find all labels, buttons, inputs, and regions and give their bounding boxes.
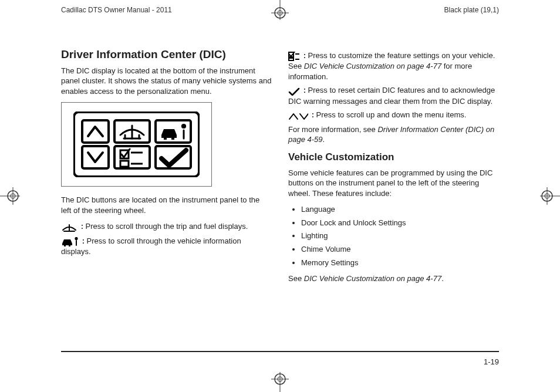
up-down-icon	[288, 110, 308, 121]
dic-button-panel-icon	[73, 111, 200, 177]
svg-point-6	[278, 377, 282, 381]
more-info-a: For more information, see	[288, 125, 377, 134]
entry-reset: : Press to reset certain DIC features an…	[288, 85, 499, 106]
svg-rect-30	[120, 161, 129, 167]
more-info-b: .	[323, 135, 325, 144]
registration-mark-right	[540, 178, 560, 214]
entry-trip-fuel-text: Press to scroll through the trip and fue…	[86, 222, 248, 231]
dic-intro: The DIC display is located at the bottom…	[61, 66, 272, 97]
svg-point-5	[275, 374, 285, 384]
svg-rect-39	[289, 58, 294, 60]
dic-buttons-caption: The DIC buttons are located on the instr…	[61, 195, 272, 215]
svg-rect-16	[74, 112, 199, 177]
colon-sep: :	[81, 222, 83, 231]
content-area: Driver Information Center (DIC) The DIC …	[61, 47, 499, 290]
entry-customize-ref: DIC Vehicle Customization on page 4-77	[304, 62, 441, 70]
page-footer: 1-19	[61, 351, 499, 367]
page-number: 1-19	[484, 357, 499, 366]
header-left: Cadillac DTS Owner Manual - 2011	[61, 5, 172, 15]
svg-rect-17	[82, 120, 109, 143]
entry-customize: : Press to customize the feature setting…	[288, 50, 499, 82]
svg-point-10	[11, 194, 15, 198]
svg-point-14	[545, 194, 549, 198]
registration-mark-bottom	[262, 372, 298, 392]
entry-reset-text: Press to reset certain DIC features and …	[288, 86, 495, 105]
section-title-vehicle-customization: Vehicle Customization	[288, 151, 499, 164]
right-column: : Press to customize the feature setting…	[288, 47, 499, 290]
see-ref-text: DIC Vehicle Customization on page 4-77	[304, 274, 441, 283]
vehicle-info-icon	[61, 236, 79, 247]
feature-item: Door Lock and Unlock Settings	[301, 218, 499, 228]
trip-fuel-icon	[61, 222, 77, 232]
svg-rect-18	[82, 146, 109, 168]
svg-point-13	[542, 191, 552, 201]
svg-point-26	[182, 125, 185, 128]
feature-list: Language Door Lock and Unlock Settings L…	[288, 204, 499, 268]
see-a: See	[288, 274, 304, 283]
entry-scroll-text: Press to scroll up and down the menu ite…	[316, 110, 467, 119]
entry-vehicle-info: : Press to scroll through the vehicle in…	[61, 236, 272, 257]
dic-buttons-figure	[61, 102, 212, 187]
svg-point-36	[75, 238, 77, 239]
see-ref: See DIC Vehicle Customization on page 4-…	[288, 273, 499, 284]
entry-scroll: : Press to scroll up and down the menu i…	[288, 110, 499, 120]
feature-item: Lighting	[301, 231, 499, 241]
see-b: .	[441, 274, 444, 283]
checkmark-icon	[288, 86, 300, 96]
colon-sep: :	[303, 86, 306, 94]
vehicle-customization-intro: Some vehicle features can be programmed …	[288, 168, 499, 199]
customize-icon	[288, 51, 300, 62]
more-info: For more information, see Driver Informa…	[288, 124, 499, 145]
colon-sep: :	[303, 51, 306, 60]
colon-sep: :	[312, 110, 314, 119]
svg-point-9	[8, 191, 18, 201]
feature-item: Language	[301, 204, 499, 215]
colon-sep: :	[82, 236, 85, 245]
feature-item: Chime Volume	[301, 244, 499, 255]
manual-page: Cadillac DTS Owner Manual - 2011 Black p…	[0, 0, 560, 392]
header-right: Black plate (19,1)	[444, 5, 499, 15]
left-column: Driver Information Center (DIC) The DIC …	[61, 47, 272, 290]
entry-vehicle-info-text: Press to scroll through the vehicle info…	[61, 236, 241, 256]
section-title-dic: Driver Information Center (DIC)	[61, 47, 272, 62]
page-header: Cadillac DTS Owner Manual - 2011 Black p…	[0, 5, 560, 15]
registration-mark-left	[0, 178, 20, 214]
entry-trip-fuel: : Press to scroll through the trip and f…	[61, 221, 272, 232]
feature-item: Memory Settings	[301, 258, 499, 268]
